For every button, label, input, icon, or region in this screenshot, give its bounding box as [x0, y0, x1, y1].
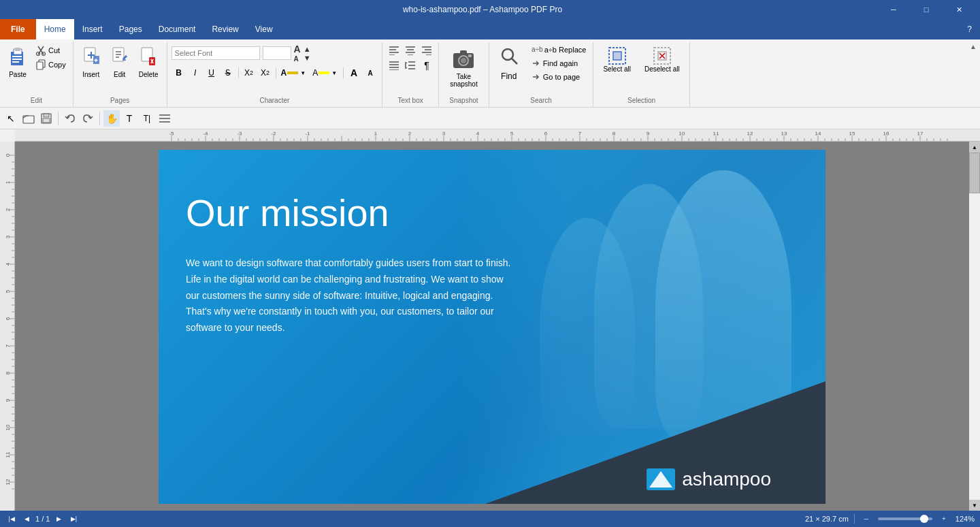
bold-button[interactable]: B	[172, 66, 186, 80]
svg-rect-3	[12, 56, 22, 57]
zoom-in-button[interactable]: +	[938, 513, 950, 525]
subscript-button[interactable]: X2	[242, 66, 257, 80]
font-color-button[interactable]: A ▼	[279, 67, 310, 79]
ribbon-collapse-button[interactable]: ▲	[966, 39, 980, 53]
align-right-button[interactable]	[419, 44, 434, 57]
svg-rect-60	[613, 52, 621, 60]
delete-page-icon	[140, 46, 157, 69]
menu-home[interactable]: Home	[36, 19, 74, 39]
select-tool-button[interactable]: ↖	[3, 110, 19, 127]
scroll-down-button[interactable]: ▼	[969, 500, 980, 511]
edit-page-icon	[111, 46, 129, 69]
font-shrink-button[interactable]: A	[294, 55, 301, 63]
char-sep-3	[343, 67, 344, 78]
delete-page-button[interactable]: Delete	[135, 44, 163, 82]
copy-button[interactable]: Copy	[33, 58, 69, 71]
scroll-track-right[interactable]	[969, 153, 980, 500]
replace-button[interactable]: a÷b a÷b Replace	[529, 44, 589, 56]
textbox-group-label: Text box	[387, 95, 434, 107]
edit-page-button[interactable]: Edit	[106, 44, 133, 82]
find-icon	[499, 46, 519, 71]
pages-group-label: Pages	[78, 95, 163, 107]
selection-group-label: Selection	[598, 95, 685, 107]
zoom-slider[interactable]	[878, 517, 932, 520]
menu-document[interactable]: Document	[150, 19, 204, 39]
cut-button[interactable]: Cut	[33, 44, 69, 57]
take-snapshot-button[interactable]: Takesnapshot	[443, 44, 485, 92]
find-button[interactable]: Find	[493, 44, 525, 84]
menu-view[interactable]: View	[247, 19, 281, 39]
find-again-button[interactable]: Find again	[529, 57, 589, 69]
page-nav: |◀ ◀ 1 / 1 ▶ ▶|	[5, 513, 80, 525]
save-button[interactable]	[38, 110, 54, 127]
scroll-right[interactable]: ▲ ▼	[969, 142, 980, 511]
select-all-label: Select all	[603, 65, 631, 73]
find-again-label: Find again	[543, 59, 578, 67]
svg-rect-4	[12, 59, 22, 60]
next-page-button[interactable]: ▶	[52, 513, 65, 525]
scroll-thumb-right[interactable]	[969, 153, 980, 193]
snapshot-group-content: Takesnapshot	[443, 44, 485, 95]
highlight-color-button[interactable]: A ▼	[310, 67, 340, 79]
font-size-input[interactable]	[263, 46, 291, 60]
last-page-button[interactable]: ▶|	[67, 513, 80, 525]
paste-button[interactable]: Paste	[4, 44, 31, 82]
edit-small-buttons: Cut Copy	[33, 44, 69, 71]
insert-page-icon	[82, 46, 100, 69]
menu-file[interactable]: File	[0, 19, 36, 39]
text-tool-button[interactable]: T	[121, 110, 137, 127]
undo-button[interactable]	[62, 110, 78, 127]
strikethrough-button[interactable]: S̶	[220, 66, 235, 80]
ribbon-group-search: Find a÷b a÷b Replace Find again	[489, 42, 594, 107]
title-bar-controls: ─ □ ✕	[878, 0, 975, 19]
svg-rect-2	[15, 48, 20, 51]
menu-pages[interactable]: Pages	[111, 19, 150, 39]
page-title: Our mission	[186, 191, 519, 235]
font-grow-button[interactable]: A	[294, 44, 301, 54]
minimize-button[interactable]: ─	[878, 0, 909, 19]
insert-page-button[interactable]: Insert	[78, 44, 105, 82]
document-canvas[interactable]: Our mission We want to design software t…	[15, 142, 969, 511]
svg-rect-53	[468, 54, 472, 57]
more-tools-button[interactable]	[157, 110, 173, 127]
italic-button[interactable]: I	[188, 66, 203, 80]
redo-button[interactable]	[80, 110, 96, 127]
ribbon-group-textbox: ¶ Text box	[382, 42, 439, 107]
superscript-button[interactable]: X2	[258, 66, 273, 80]
go-to-page-label: Go to page	[543, 73, 580, 81]
highlight-color-arrow[interactable]: ▼	[330, 70, 338, 76]
textbox-align-row-2: ¶	[387, 59, 434, 72]
font-name-input[interactable]	[172, 46, 260, 60]
toolbar-sep-1	[58, 112, 59, 125]
prev-page-button[interactable]: ◀	[20, 513, 33, 525]
go-to-page-button[interactable]: Go to page	[529, 71, 589, 83]
open-button[interactable]	[20, 110, 37, 127]
replace-buttons: a÷b a÷b Replace Find again	[529, 44, 589, 83]
underline-button[interactable]: U	[204, 66, 219, 80]
zoom-out-button[interactable]: ─	[860, 513, 872, 525]
text-select-button[interactable]: T|	[139, 110, 155, 127]
shrink-font-button[interactable]: A	[363, 66, 378, 80]
font-up-arrow[interactable]: ▲	[304, 45, 311, 53]
close-button[interactable]: ✕	[943, 0, 975, 19]
select-all-button[interactable]: Select all	[598, 44, 636, 76]
align-left-button[interactable]	[387, 44, 402, 57]
replace-label: a÷b Replace	[544, 46, 587, 54]
align-center-button[interactable]	[403, 44, 418, 57]
align-justify-button[interactable]	[387, 59, 402, 72]
deselect-all-button[interactable]: Deselect all	[639, 44, 685, 76]
font-down-arrow[interactable]: ▼	[304, 54, 311, 62]
grow-font-button[interactable]: A	[346, 66, 361, 80]
paragraph-button[interactable]: ¶	[419, 59, 434, 72]
maximize-button[interactable]: □	[911, 0, 942, 19]
page-dimensions: 21 × 29.7 cm	[805, 515, 849, 523]
line-spacing-button[interactable]	[403, 59, 418, 72]
menu-review[interactable]: Review	[203, 19, 246, 39]
ribbon-group-selection: Select all Deselect all Selection	[593, 42, 689, 107]
font-color-arrow[interactable]: ▼	[299, 70, 307, 76]
menu-help[interactable]: ?	[959, 19, 980, 39]
hand-tool-button[interactable]: ✋	[103, 110, 120, 127]
first-page-button[interactable]: |◀	[5, 513, 18, 525]
menu-insert[interactable]: Insert	[74, 19, 111, 39]
scroll-up-button[interactable]: ▲	[969, 142, 980, 153]
